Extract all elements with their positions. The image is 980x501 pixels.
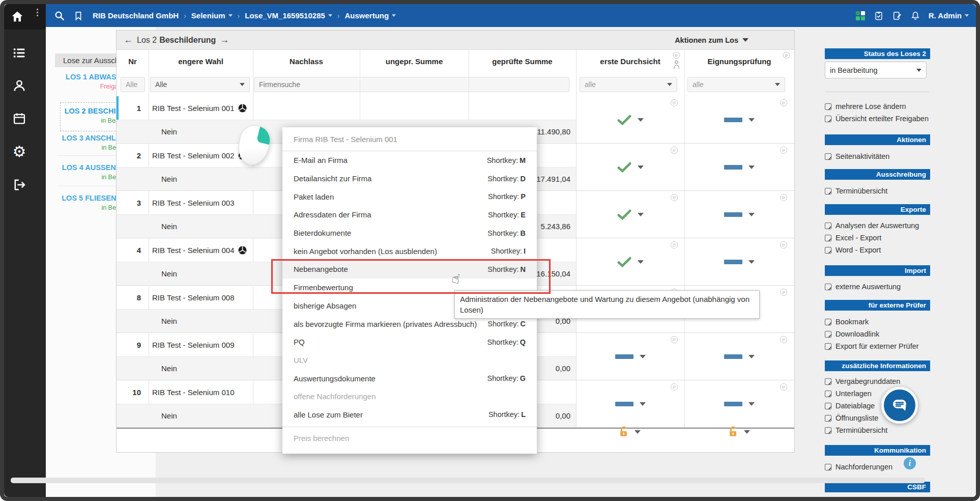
notifications-button[interactable] (910, 10, 920, 21)
link-externe-auswertung[interactable]: externe Auswertung (825, 281, 930, 292)
col-header-nr[interactable]: Nr (117, 49, 149, 73)
erste-durchsicht-status[interactable] (576, 380, 684, 427)
link-uebersicht-freigaben[interactable]: Übersicht erteilter Freigaben (825, 113, 930, 124)
dash-status-icon (615, 354, 633, 359)
eignungspruefung-status[interactable] (684, 238, 794, 285)
erste-durchsicht-status[interactable] (576, 96, 684, 143)
next-los-button[interactable]: → (220, 35, 229, 45)
nav-calendar-button[interactable] (9, 108, 30, 129)
link-downloadlink[interactable]: Downloadlink (825, 328, 930, 340)
aktionen-zum-los-button[interactable]: Aktionen zum Los (675, 36, 748, 44)
eignungspruefung-status[interactable] (684, 96, 794, 143)
erste-durchsicht-status[interactable] (576, 191, 684, 238)
comment-icon[interactable] (670, 99, 678, 107)
col-header-gepruefte-summe[interactable]: geprüfte Summe (469, 49, 576, 73)
kebab-menu-icon[interactable] (37, 9, 38, 16)
menu-item-pq[interactable]: PQShortkey:Q (282, 333, 537, 351)
filter-engere-wahl-select[interactable]: Alle (150, 77, 250, 92)
apps-button[interactable] (855, 11, 866, 21)
chevron-down-icon[interactable] (328, 14, 332, 17)
breadcrumb-company[interactable]: RIB Deutschland GmbH (93, 11, 179, 20)
eignungspruefung-status[interactable] (684, 333, 794, 380)
search-button[interactable] (54, 10, 65, 21)
menu-item-auswertungsdokumente[interactable]: AuswertungsdokumenteShortkey:G (282, 369, 537, 387)
eignungspruefung-status[interactable] (684, 380, 794, 427)
nav-contacts-button[interactable] (9, 75, 30, 96)
tasks-button[interactable] (874, 10, 884, 21)
comment-icon[interactable] (670, 336, 678, 344)
eignungspruefung-lock[interactable] (727, 425, 750, 438)
col-header-ungepr-summe[interactable]: ungepr. Summe (360, 49, 469, 73)
link-export-pruefer[interactable]: Export für externer Prüfer (825, 341, 930, 352)
link-mehrere-lose[interactable]: mehrere Lose ändern (825, 101, 930, 112)
comment-icon[interactable] (780, 146, 788, 154)
link-analysen[interactable]: Analysen der Auswertung (825, 220, 930, 231)
bookmark-button[interactable] (73, 10, 83, 21)
home-icon (10, 10, 24, 24)
chat-fab-button[interactable] (881, 387, 918, 424)
comment-icon[interactable] (670, 383, 678, 391)
comment-icon[interactable] (780, 288, 788, 296)
user-menu[interactable]: R. Admin (929, 11, 969, 20)
chevron-down-icon (748, 165, 755, 169)
menu-item-adressdaten[interactable]: Adressdaten der FirmaShortkey:E (282, 206, 537, 224)
erste-durchsicht-lock[interactable] (618, 425, 641, 438)
comment-icon[interactable] (670, 193, 678, 202)
eignungspruefung-status[interactable] (684, 144, 794, 190)
chevron-down-icon (667, 83, 672, 86)
comment-icon[interactable] (780, 193, 788, 202)
nav-list-button[interactable] (9, 43, 30, 63)
filter-eignungspruefung-select[interactable]: alle (687, 77, 785, 92)
col-header-engere-wahl[interactable]: engere Wahl (149, 49, 253, 73)
prev-los-button[interactable]: ← (124, 35, 133, 45)
menu-item-paket-laden[interactable]: Paket ladenShortkey:P (282, 187, 537, 206)
link-terminuebersicht[interactable]: Terminübersicht (825, 185, 930, 197)
menu-item-bieterdokumente[interactable]: BieterdokumenteShortkey:B (282, 224, 537, 242)
top-bar: RIB Deutschland GmbH › Selenium › Lose_V… (46, 4, 976, 27)
notes-button[interactable] (892, 10, 902, 21)
erste-durchsicht-status[interactable] (576, 144, 684, 190)
comment-icon[interactable] (780, 336, 788, 344)
menu-item-ulv: ULV (282, 351, 537, 370)
search-icon (54, 10, 65, 21)
user-name: R. Admin (929, 11, 962, 20)
link-word-export[interactable]: Word - Export (825, 244, 930, 256)
comment-icon[interactable] (780, 383, 788, 391)
erste-durchsicht-status[interactable] (576, 238, 684, 285)
comment-icon[interactable] (780, 99, 788, 107)
info-icon[interactable]: i (904, 457, 916, 469)
link-seitenaktivitaeten[interactable]: Seitenaktivitäten (825, 151, 930, 162)
chevron-down-icon[interactable] (228, 14, 233, 17)
col-header-eignungspruefung[interactable]: Eignungsprüfung (684, 49, 794, 73)
eignungspruefung-status[interactable] (684, 191, 794, 238)
link-terminuebersicht-2[interactable]: Terminübersicht (825, 425, 930, 436)
status-dropdown[interactable]: in Bearbeitung (825, 62, 927, 78)
filter-erste-durchsicht-select[interactable]: alle (580, 77, 677, 92)
breadcrumb-project[interactable]: Selenium (191, 11, 225, 20)
page-edit-icon (825, 153, 831, 160)
los-label: Los 2 (137, 36, 157, 45)
link-excel-export[interactable]: Excel - Export (825, 232, 930, 243)
link-bookmark[interactable]: Bookmark (825, 316, 930, 327)
breadcrumb-auswertung[interactable]: Auswertung (345, 11, 389, 20)
col-header-nachlass[interactable]: Nachlass (253, 49, 360, 73)
section-header-exporte: Exporte (825, 204, 930, 215)
menu-item-alle-lose[interactable]: alle Lose zum BieterShortkey:L (282, 406, 537, 424)
comment-icon[interactable] (670, 146, 678, 154)
filter-nr-input[interactable] (121, 77, 145, 92)
breadcrumb-lose[interactable]: Lose_VM_1659510285 (245, 11, 325, 20)
menu-item-detailansicht[interactable]: Detailansicht zur FirmaShortkey:D (282, 170, 537, 188)
erste-durchsicht-status[interactable] (576, 333, 684, 380)
link-vergabegrunddaten[interactable]: Vergabegrunddaten (825, 376, 930, 387)
horizontal-scrollbar[interactable] (11, 478, 925, 483)
col-header-erste-durchsicht[interactable]: erste Durchsicht (576, 49, 684, 73)
nav-logout-button[interactable] (9, 175, 30, 195)
chevron-down-icon[interactable] (392, 14, 396, 17)
menu-item-email[interactable]: E-Mail an FirmaShortkey:M (282, 151, 537, 170)
comment-icon[interactable] (670, 241, 678, 249)
nav-settings-button[interactable]: ⚙ (9, 142, 30, 162)
home-button[interactable] (4, 4, 46, 30)
comment-icon[interactable] (780, 241, 788, 249)
menu-item-kein-angebot[interactable]: kein Angebot vorhanden (Los ausblenden)S… (282, 242, 537, 260)
firmensuche-input[interactable] (254, 77, 569, 92)
